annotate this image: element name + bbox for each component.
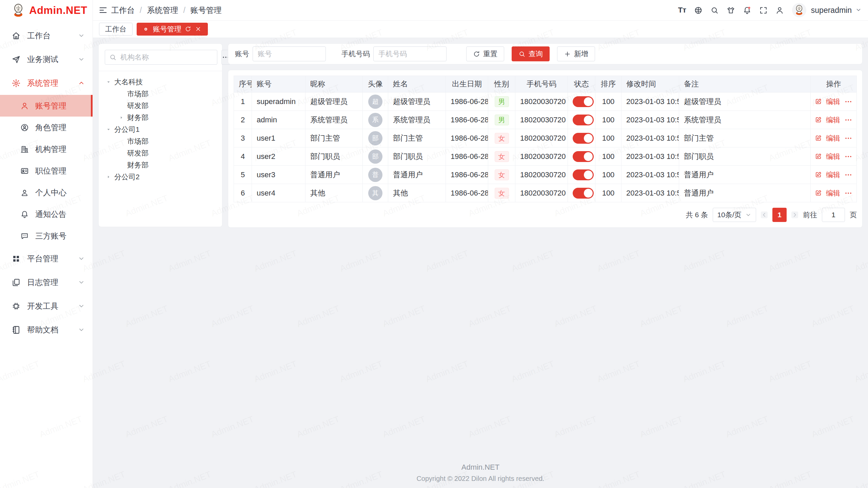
- top-header: 工作台/系统管理/账号管理 Tтsuperadmin: [93, 0, 868, 21]
- sidebar-item-业务测试[interactable]: 业务测试: [0, 47, 93, 71]
- edit-icon[interactable]: [815, 135, 822, 142]
- search-button[interactable]: 查询: [512, 46, 550, 61]
- tree-node-大名科技[interactable]: 大名科技: [105, 76, 216, 88]
- sidebar-item-日志管理[interactable]: 日志管理: [0, 270, 93, 294]
- font-size-icon[interactable]: Tт: [675, 3, 690, 18]
- sidebar-item-个人中心[interactable]: 个人中心: [0, 182, 93, 203]
- cell-phone: 18020030720: [515, 111, 568, 129]
- edit-icon[interactable]: [815, 189, 822, 197]
- edit-button[interactable]: 编辑: [826, 152, 840, 161]
- tab-账号管理[interactable]: 账号管理: [137, 23, 208, 36]
- tree-node-财务部[interactable]: 财务部: [105, 159, 216, 171]
- row-more-icon[interactable]: [844, 189, 852, 197]
- user-name[interactable]: superadmin: [811, 6, 852, 15]
- breadcrumb-item[interactable]: 工作台: [111, 5, 135, 16]
- tree-node-分公司2[interactable]: 分公司2: [105, 171, 216, 183]
- tab-工作台[interactable]: 工作台: [99, 23, 133, 36]
- page-size-select[interactable]: 10条/页: [713, 208, 756, 222]
- row-more-icon[interactable]: [844, 134, 852, 142]
- current-page-button[interactable]: 1: [772, 208, 787, 222]
- theme-icon[interactable]: [724, 3, 738, 18]
- goto-page-input[interactable]: [822, 208, 845, 222]
- add-button[interactable]: 新增: [557, 46, 595, 61]
- cell-gender: 男: [488, 111, 515, 129]
- profile-icon[interactable]: [772, 3, 787, 18]
- sidebar-item-机构管理[interactable]: 机构管理: [0, 138, 93, 160]
- pagination-total: 共 6 条: [686, 210, 708, 220]
- status-toggle[interactable]: [573, 151, 594, 162]
- cell-remark: 超级管理员: [679, 93, 811, 111]
- chevron-down-icon: [78, 279, 85, 286]
- tree-node-分公司1[interactable]: 分公司1: [105, 123, 216, 135]
- language-icon[interactable]: [691, 3, 706, 18]
- org-search-input[interactable]: [120, 53, 213, 62]
- app-root: Admin.NET 工作台业务测试系统管理账号管理角色管理机构管理职位管理个人中…: [0, 0, 868, 488]
- sidebar-item-账号管理[interactable]: 账号管理: [0, 95, 93, 117]
- caret-down-icon[interactable]: [105, 78, 112, 86]
- phone-input[interactable]: [373, 46, 447, 61]
- edit-icon[interactable]: [815, 171, 822, 178]
- user-avatar[interactable]: [792, 3, 806, 17]
- tree-node-研发部[interactable]: 研发部: [105, 100, 216, 111]
- status-toggle[interactable]: [573, 188, 594, 199]
- role-icon: [20, 123, 29, 132]
- search-icon[interactable]: [707, 3, 722, 18]
- cell-account: user2: [252, 147, 305, 166]
- edit-button[interactable]: 编辑: [826, 134, 840, 143]
- row-more-icon[interactable]: [844, 116, 852, 124]
- header-actions: Tтsuperadmin: [675, 3, 863, 18]
- edit-button[interactable]: 编辑: [826, 170, 840, 180]
- edit-button[interactable]: 编辑: [826, 115, 840, 125]
- sidebar-item-工作台[interactable]: 工作台: [0, 24, 93, 47]
- sidebar-item-开发工具[interactable]: 开发工具: [0, 294, 93, 318]
- breadcrumb-item[interactable]: 账号管理: [191, 5, 222, 16]
- account-input[interactable]: [253, 46, 326, 61]
- edit-icon[interactable]: [815, 98, 822, 105]
- sidebar-item-角色管理[interactable]: 角色管理: [0, 117, 93, 138]
- status-toggle[interactable]: [573, 133, 594, 144]
- row-more-icon[interactable]: [844, 152, 852, 161]
- tab-close-icon[interactable]: [195, 26, 202, 33]
- menu-fold-icon[interactable]: [98, 5, 108, 15]
- tree-node-市场部[interactable]: 市场部: [105, 88, 216, 100]
- row-more-icon[interactable]: [844, 98, 852, 106]
- tab-refresh-icon[interactable]: [185, 26, 192, 33]
- sidebar-item-三方账号[interactable]: 三方账号: [0, 225, 93, 247]
- edit-button[interactable]: 编辑: [826, 97, 840, 106]
- next-page-button[interactable]: [791, 211, 798, 218]
- bell-icon: [20, 210, 29, 219]
- notification-icon[interactable]: [740, 3, 755, 18]
- status-toggle[interactable]: [573, 96, 594, 107]
- status-toggle[interactable]: [573, 169, 594, 180]
- caret-down-icon[interactable]: [105, 126, 112, 133]
- cell-no: 5: [234, 166, 252, 184]
- chevron-up-icon: [78, 79, 85, 87]
- caret-right-icon[interactable]: [118, 114, 125, 121]
- sidebar-item-帮助文档[interactable]: 帮助文档: [0, 318, 93, 342]
- breadcrumb-item[interactable]: 系统管理: [147, 5, 178, 16]
- cell-actions: 编辑: [811, 166, 857, 184]
- cell-actions: 编辑: [811, 111, 857, 129]
- cell-gender: 女: [488, 184, 515, 202]
- chevron-down-icon[interactable]: [855, 6, 863, 14]
- sidebar-item-系统管理[interactable]: 系统管理: [0, 71, 93, 95]
- tree-node-市场部[interactable]: 市场部: [105, 135, 216, 147]
- caret-right-icon[interactable]: [105, 173, 112, 181]
- cell-sort: 100: [595, 111, 622, 129]
- table-row: 1superadmin超级管理员超超级管理员1986-06-28男1802003…: [234, 93, 857, 111]
- column-header-序号: 序号: [234, 76, 252, 93]
- edit-icon[interactable]: [815, 116, 822, 123]
- cell-avatar: 普: [363, 166, 388, 184]
- status-toggle[interactable]: [573, 115, 594, 125]
- edit-button[interactable]: 编辑: [826, 188, 840, 198]
- tree-node-研发部[interactable]: 研发部: [105, 147, 216, 159]
- edit-icon[interactable]: [815, 153, 822, 160]
- reset-button[interactable]: 重置: [466, 46, 504, 61]
- tree-node-财务部[interactable]: 财务部: [105, 111, 216, 123]
- row-more-icon[interactable]: [844, 171, 852, 179]
- sidebar-item-平台管理[interactable]: 平台管理: [0, 247, 93, 270]
- fullscreen-icon[interactable]: [756, 3, 771, 18]
- prev-page-button[interactable]: [761, 211, 768, 218]
- sidebar-item-通知公告[interactable]: 通知公告: [0, 203, 93, 225]
- sidebar-item-职位管理[interactable]: 职位管理: [0, 160, 93, 182]
